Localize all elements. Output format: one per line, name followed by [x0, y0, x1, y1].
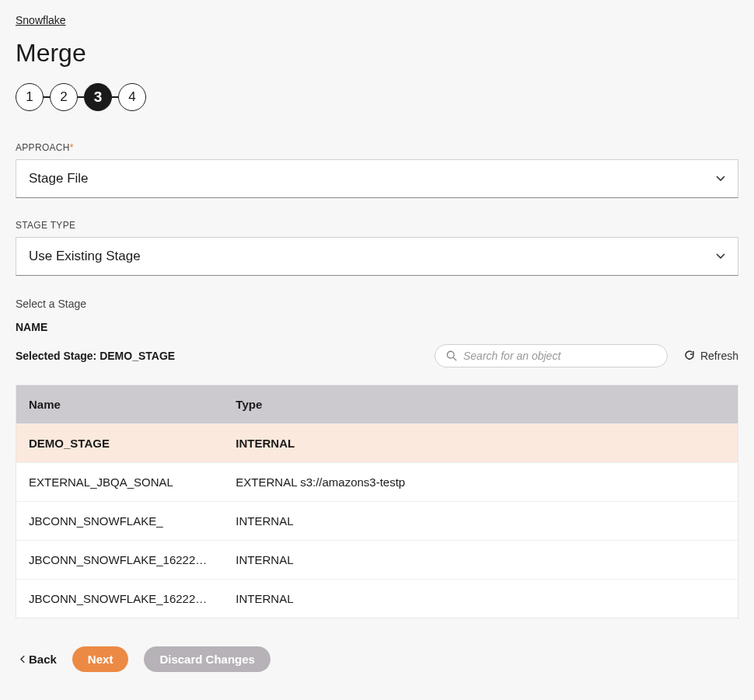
- row-type: INTERNAL: [223, 541, 738, 579]
- chevron-down-icon: [716, 176, 725, 182]
- table-row[interactable]: DEMO_STAGEINTERNAL: [16, 423, 738, 462]
- svg-point-0: [447, 351, 454, 358]
- table-header: Name Type: [16, 385, 738, 423]
- stage-type-select[interactable]: Use Existing Stage: [16, 237, 738, 276]
- step-connector: [78, 96, 84, 98]
- step-1[interactable]: 1: [16, 83, 44, 111]
- table-header-name: Name: [16, 385, 223, 423]
- table-row[interactable]: JBCONN_SNOWFLAKE_INTERNAL: [16, 501, 738, 540]
- select-stage-label: Select a Stage: [16, 298, 738, 310]
- svg-line-1: [453, 357, 456, 360]
- step-connector: [112, 96, 118, 98]
- chevron-left-icon: [20, 653, 26, 666]
- row-type: INTERNAL: [223, 580, 738, 618]
- name-label: NAME: [16, 321, 738, 333]
- approach-value: Stage File: [29, 171, 89, 186]
- refresh-icon: [683, 349, 696, 364]
- row-name: DEMO_STAGE: [16, 424, 223, 462]
- table-row[interactable]: JBCONN_SNOWFLAKE_1622272828...INTERNAL: [16, 540, 738, 579]
- row-type: INTERNAL: [223, 424, 738, 462]
- step-connector: [44, 96, 50, 98]
- page-title: Merge: [16, 39, 738, 68]
- table-row[interactable]: EXTERNAL_JBQA_SONALEXTERNAL s3://amazons…: [16, 462, 738, 501]
- back-label: Back: [29, 653, 57, 666]
- stage-type-value: Use Existing Stage: [29, 249, 141, 264]
- row-name: EXTERNAL_JBQA_SONAL: [16, 463, 223, 501]
- row-name: JBCONN_SNOWFLAKE_: [16, 502, 223, 540]
- search-box[interactable]: [435, 344, 668, 367]
- back-button[interactable]: Back: [20, 653, 57, 666]
- row-name: JBCONN_SNOWFLAKE_1622272828...: [16, 541, 223, 579]
- search-input[interactable]: [463, 350, 656, 362]
- stage-type-label: STAGE TYPE: [16, 220, 738, 231]
- selected-stage: Selected Stage: DEMO_STAGE: [16, 350, 175, 362]
- row-name: JBCONN_SNOWFLAKE_1622273060...: [16, 580, 223, 618]
- row-type: INTERNAL: [223, 502, 738, 540]
- step-2[interactable]: 2: [50, 83, 78, 111]
- row-type: EXTERNAL s3://amazons3-testp: [223, 463, 738, 501]
- refresh-label: Refresh: [700, 350, 738, 362]
- table-header-type: Type: [223, 385, 738, 423]
- approach-select[interactable]: Stage File: [16, 159, 738, 198]
- approach-label: APPROACH*: [16, 142, 738, 153]
- refresh-button[interactable]: Refresh: [683, 349, 738, 364]
- stepper: 1234: [16, 83, 738, 111]
- table-row[interactable]: JBCONN_SNOWFLAKE_1622273060...INTERNAL: [16, 579, 738, 618]
- step-3[interactable]: 3: [84, 83, 112, 111]
- search-icon: [446, 350, 457, 361]
- breadcrumb[interactable]: Snowflake: [16, 14, 66, 26]
- step-4[interactable]: 4: [118, 83, 146, 111]
- next-button[interactable]: Next: [72, 646, 129, 672]
- stage-table: Name Type DEMO_STAGEINTERNALEXTERNAL_JBQ…: [16, 385, 738, 618]
- chevron-down-icon: [716, 253, 725, 259]
- discard-button[interactable]: Discard Changes: [144, 646, 271, 672]
